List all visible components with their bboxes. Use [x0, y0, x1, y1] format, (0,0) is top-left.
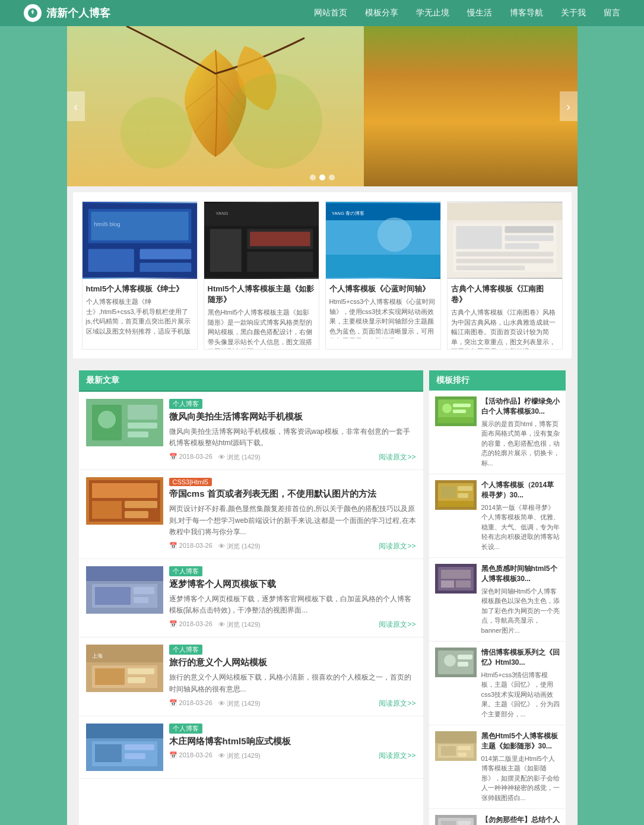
svg-rect-13: [210, 229, 241, 272]
featured-desc-4: 古典个人博客模板《江南图卷》风格为中国古典风格，山水典雅造成就一幅江南图卷。页面…: [448, 307, 562, 349]
main-nav: 网站首页 模板分享 学无止境 慢生活 博客导航 关于我 留言: [314, 8, 620, 18]
banner-dot-3[interactable]: [329, 174, 335, 180]
featured-desc-2: 黑色Html5个人博客模板主题《如影随形》是一款响应式博客风格类型的网站模板，黑…: [204, 307, 319, 349]
banner-prev-button[interactable]: ‹: [67, 91, 85, 121]
svg-rect-8: [139, 263, 191, 272]
nav-learn[interactable]: 学无止境: [416, 8, 449, 18]
rank-thumb-1: [435, 396, 477, 426]
rank-title: 模板排行: [436, 375, 469, 385]
svg-rect-86: [458, 655, 472, 659]
featured-thumb-2: YANG: [204, 202, 319, 279]
banner-next-button[interactable]: ›: [560, 91, 578, 121]
rank-title-5: 黑色Html5个人博客模板主题《如影随形》30...: [481, 731, 560, 751]
svg-rect-82: [456, 580, 471, 588]
svg-rect-89: [435, 731, 477, 743]
featured-card-4[interactable]: 古典个人博客模板《江南图卷》 古典个人博客模板《江南图卷》风格为中国古典风格，山…: [447, 201, 563, 350]
svg-rect-34: [456, 265, 525, 270]
article-meta-3: 📅 2018-03-26 👁 浏览 (1429) 阅读原文>>: [169, 620, 416, 630]
article-desc-2: 网页设计好不好看,颜色显然集颜复差排首位的,所以关于颜色的搭配技巧以及原则,对于…: [169, 503, 416, 538]
article-content-4: 个人博客 旅行的意义个人网站模板 旅行的意义个人网站模板下载，风格小清新，很喜欢…: [169, 645, 416, 708]
article-thumb-2: [86, 477, 163, 525]
featured-thumb-1: html5 blog: [83, 202, 197, 279]
rank-item-6[interactable]: 【勿匆那些年】总结个人博客经历的这四年...30... 博客从最初的域名购买，到…: [429, 809, 566, 825]
logo-icon: [24, 4, 42, 22]
svg-rect-7: [139, 249, 191, 259]
featured-card-2[interactable]: YANG Html5个人博客模板主题《如影随形》 黑色Html5个人博客模板主题…: [204, 201, 319, 350]
rank-item-4[interactable]: 情侣博客模板系列之《回忆》Html30... Html5+css3情侣博客模板，…: [429, 642, 566, 725]
svg-point-37: [98, 411, 116, 429]
nav-life[interactable]: 慢生活: [467, 8, 492, 18]
svg-text:YANG: YANG: [215, 211, 228, 216]
article-meta-left-3: 📅 2018-03-26 👁 浏览 (1429): [169, 620, 261, 629]
article-thumb-5: [86, 724, 163, 771]
read-more-4[interactable]: 阅读原文>>: [379, 699, 415, 709]
svg-rect-77: [438, 501, 474, 507]
banner-dot-2[interactable]: [319, 174, 325, 180]
read-more-1[interactable]: 阅读原文>>: [379, 452, 415, 462]
svg-rect-63: [95, 744, 122, 762]
article-content-1: 个人博客 微风向美拍生活博客网站手机模板 微风向美拍生活博客网站手机模板，博客资…: [169, 399, 416, 462]
svg-point-68: [442, 404, 452, 413]
read-more-5[interactable]: 阅读原文>>: [379, 751, 415, 761]
svg-rect-44: [92, 501, 122, 519]
article-content-2: CSS3|Html5 帝国cms 首页或者列表无图，不使用默认图片的方法 网页设…: [169, 477, 416, 551]
featured-card-3[interactable]: YANG 青の博客 个人博客模板《心蓝时间轴》 Html5+css3个人博客模板…: [325, 201, 441, 350]
logo: 清新个人博客: [24, 4, 314, 22]
svg-rect-43: [92, 483, 157, 498]
nav-home[interactable]: 网站首页: [314, 8, 347, 18]
article-tag-1: 个人博客: [169, 399, 202, 409]
svg-rect-75: [458, 486, 472, 491]
nav-blog-nav[interactable]: 博客导航: [510, 8, 543, 18]
svg-rect-31: [505, 243, 539, 249]
rank-item-1[interactable]: 【活动作品】柠檬绿免小白个人博客模板30... 展示的是首页html，博客页面布…: [429, 391, 566, 474]
svg-text:YANG 青の博客: YANG 青の博客: [331, 211, 364, 216]
svg-rect-26: [448, 203, 562, 220]
nav-message[interactable]: 留言: [604, 8, 620, 18]
svg-rect-40: [128, 431, 148, 437]
article-desc-4: 旅行的意义个人网站模板下载，风格小清新，很喜欢的个人模板之一，首页的时间轴风格的…: [169, 672, 416, 694]
banner: ‹ ›: [67, 26, 578, 186]
featured-thumb-4: [448, 202, 562, 279]
read-more-3[interactable]: 阅读原文>>: [379, 620, 415, 630]
rank-content-1: 【活动作品】柠檬绿免小白个人博客模板30... 展示的是首页html，博客页面布…: [481, 396, 560, 468]
article-content-3: 个人博客 逐梦博客个人网页模板下载 逐梦博客个人网页模板下载，逐梦博客官网模板下…: [169, 566, 416, 630]
svg-rect-48: [86, 566, 163, 581]
article-thumb-4: 上海: [86, 645, 163, 692]
article-title-3: 逐梦博客个人网页模板下载: [169, 579, 416, 590]
article-meta-left-4: 📅 2018-03-26 👁 浏览 (1429): [169, 699, 261, 708]
featured-card-1[interactable]: html5 blog html5个人博客模板《绅士》 个人博客模板主题《绅士》,…: [82, 201, 198, 350]
banner-dot-1[interactable]: [310, 174, 316, 180]
svg-rect-74: [441, 486, 456, 498]
svg-rect-29: [505, 226, 553, 233]
nav-templates[interactable]: 模板分享: [365, 8, 398, 18]
featured-row: html5 blog html5个人博客模板《绅士》 个人博客模板主题《绅士》,…: [73, 192, 572, 358]
read-more-2[interactable]: 阅读原文>>: [379, 541, 415, 551]
svg-rect-84: [438, 651, 474, 674]
article-views-1: 👁 浏览 (1429): [218, 453, 261, 462]
svg-rect-57: [95, 668, 125, 685]
logo-text: 清新个人博客: [46, 6, 110, 20]
rank-item-5[interactable]: 黑色Html5个人博客模板主题《如影随形》30... 014第二版里走Html5…: [429, 725, 566, 809]
featured-thumb-3: YANG 青の博客: [326, 202, 440, 279]
rank-content-6: 【勿匆那些年】总结个人博客经历的这四年...30... 博客从最初的域名购买，到…: [481, 815, 560, 825]
article-title-2: 帝国cms 首页或者列表无图，不使用默认图片的方法: [169, 488, 416, 500]
rank-title-4: 情侣博客模板系列之《回忆》Html30...: [481, 648, 560, 668]
svg-rect-38: [128, 405, 157, 420]
svg-rect-97: [458, 821, 471, 825]
nav-about[interactable]: 关于我: [561, 8, 586, 18]
rank-title-1: 【活动作品】柠檬绿免小白个人博客模板30...: [481, 396, 560, 417]
rank-title-3: 黑色质感时间轴html5个人博客模板30...: [481, 564, 560, 584]
article-tag-2: CSS3|Html5: [169, 478, 212, 486]
article-tag-5: 个人博客: [169, 724, 202, 734]
rank-column: 模板排行 【活动作品】柠檬绿免小白个人博客模板30... 展示: [429, 370, 566, 825]
svg-rect-92: [458, 746, 471, 750]
svg-rect-64: [125, 744, 154, 750]
svg-rect-52: [134, 597, 148, 603]
rank-title-6: 【勿匆那些年】总结个人博客经历的这四年...30...: [481, 815, 560, 825]
svg-rect-91: [441, 746, 456, 756]
rank-desc-3: 深色时间轴Html5个人博客模板颜色以深色为主色，添加了彩色作为网页的一个亮点，…: [481, 586, 560, 636]
rank-item-2[interactable]: 个人博客模板（2014草根寻梦）30... 2014第一版《草根寻梦》个人博客模…: [429, 474, 566, 558]
article-date-4: 📅 2018-03-26: [169, 699, 212, 708]
article-tag-4: 个人博客: [169, 645, 202, 655]
rank-item-3[interactable]: 黑色质感时间轴html5个人博客模板30... 深色时间轴Html5个人博客模板…: [429, 558, 566, 642]
